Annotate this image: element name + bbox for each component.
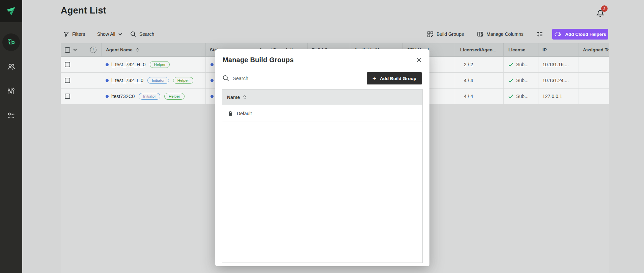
column-header-agent-name[interactable]: Agent Name <box>101 43 205 56</box>
build-group-name-header[interactable]: Name <box>222 90 422 105</box>
filter-funnel-icon <box>63 31 69 37</box>
licensed-agents-value: 4 / 4 <box>464 94 473 99</box>
filters-label: Filters <box>72 31 85 37</box>
row-checkbox[interactable] <box>65 62 70 67</box>
column-header-ip[interactable]: IP <box>538 43 579 56</box>
modal-title: Manage Build Groups <box>223 56 293 64</box>
status-dot <box>211 63 214 66</box>
notifications-bell-button[interactable]: 2 <box>596 7 609 20</box>
page-title: Agent List <box>61 5 106 16</box>
app-logo[interactable] <box>0 0 22 22</box>
ip-value: 10.131.24.... <box>542 78 569 83</box>
build-group-row[interactable]: Default <box>222 105 422 122</box>
sidebar-item-users[interactable] <box>2 58 20 75</box>
agent-name: l_test_732_H_0 <box>111 62 146 67</box>
status-dot <box>211 95 214 98</box>
show-all-label: Show All <box>97 31 115 37</box>
modal-close-button[interactable] <box>415 56 423 64</box>
ip-value: 10.131.16.... <box>542 62 569 67</box>
check-icon <box>508 78 513 82</box>
agent-status-dot <box>106 95 109 98</box>
search-icon <box>130 31 136 37</box>
search-icon <box>223 75 229 81</box>
license-value: Sub... <box>516 62 529 67</box>
add-cloud-helpers-label: Add Cloud Helpers <box>565 32 606 37</box>
sidebar-item-license[interactable] <box>2 106 20 124</box>
sliders-icon <box>7 86 16 95</box>
build-groups-button[interactable]: Build Groups <box>427 28 464 40</box>
build-group-search <box>223 75 331 81</box>
manage-columns-button[interactable]: Manage Columns <box>477 28 524 40</box>
initiator-badge: Initiator <box>139 93 160 100</box>
brand-logo-icon <box>5 5 17 17</box>
license-value: Sub... <box>516 78 529 83</box>
license-value: Sub... <box>516 94 529 99</box>
row-height-icon <box>536 31 543 38</box>
sidebar <box>0 0 22 273</box>
key-icon <box>7 111 16 120</box>
licensed-agents-value: 2 / 2 <box>464 62 473 67</box>
select-all-checkbox[interactable] <box>65 47 70 53</box>
select-all-cell <box>61 43 85 56</box>
ip-value: 127.0.0.1 <box>542 94 562 99</box>
licensed-agents-value: 4 / 4 <box>464 78 473 83</box>
row-checkbox[interactable] <box>65 78 70 83</box>
sidebar-item-agents[interactable] <box>2 33 20 51</box>
helper-badge: Helper <box>164 93 185 100</box>
add-build-group-label: Add Build Group <box>380 76 416 81</box>
column-header-alert: ! <box>85 43 101 56</box>
check-icon <box>508 94 513 98</box>
row-height-button[interactable] <box>536 28 543 40</box>
sort-arrows-icon <box>136 48 139 52</box>
sidebar-item-settings[interactable] <box>2 82 20 100</box>
notification-badge: 2 <box>601 5 608 12</box>
column-header-license[interactable]: License <box>503 43 538 56</box>
build-groups-label: Build Groups <box>437 31 464 37</box>
chevron-down-icon <box>118 33 122 35</box>
search-label: Search <box>139 31 154 37</box>
build-group-name: Default <box>237 111 252 116</box>
initiator-badge: Initiator <box>147 77 169 84</box>
agent-name: ltest732C0 <box>111 94 135 99</box>
show-all-dropdown[interactable]: Show All <box>97 28 122 40</box>
plus-icon: + <box>372 75 376 82</box>
agent-name: l_test_732_I_0 <box>111 78 143 83</box>
column-header-licensed-agents[interactable]: Licensed/Agen... <box>455 43 503 56</box>
add-build-group-button[interactable]: + Add Build Group <box>367 72 422 84</box>
helper-badge: Helper <box>173 77 193 84</box>
column-header-assigned-to[interactable]: Assigned To <box>579 43 609 56</box>
lock-icon <box>228 111 233 116</box>
build-groups-icon <box>427 31 433 38</box>
build-group-search-input[interactable] <box>233 76 320 81</box>
sidebar-nav <box>0 33 22 124</box>
manage-columns-label: Manage Columns <box>486 31 524 37</box>
build-group-list: Name Default <box>222 89 423 263</box>
row-checkbox[interactable] <box>65 94 70 99</box>
agent-status-dot <box>106 63 109 66</box>
manage-build-groups-modal: Manage Build Groups + Add Build Group Na… <box>215 49 429 266</box>
sort-arrows-icon <box>243 95 246 99</box>
helper-badge: Helper <box>150 61 170 68</box>
agents-network-icon <box>7 38 16 47</box>
filters-button[interactable]: Filters <box>63 28 85 40</box>
check-icon <box>508 63 513 67</box>
manage-columns-icon <box>477 31 483 38</box>
status-dot <box>211 79 214 82</box>
close-icon <box>417 57 421 62</box>
users-icon <box>7 62 16 71</box>
cloud-plus-icon <box>554 31 562 37</box>
agent-status-dot <box>106 79 109 82</box>
table-search-button[interactable]: Search <box>130 28 154 40</box>
add-cloud-helpers-button[interactable]: Add Cloud Helpers <box>552 29 608 40</box>
alert-circle-icon: ! <box>90 47 96 53</box>
select-menu-chevron-icon[interactable] <box>73 49 77 51</box>
